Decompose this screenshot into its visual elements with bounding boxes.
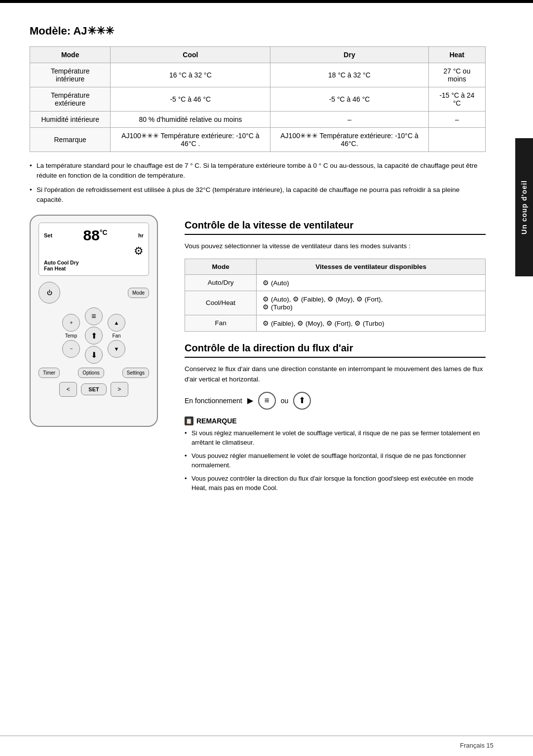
cell-heat: –	[428, 112, 485, 128]
display-temp: 88°C	[83, 227, 108, 244]
remark-item: Vous pouvez régler manuellement le volet…	[185, 451, 486, 470]
timer-options-settings-row: Timer Options Settings	[38, 368, 149, 378]
fonctionnement-label: En fonctionnement	[185, 397, 242, 405]
remark-item: Vous pouvez contrôler la direction du fl…	[185, 474, 486, 493]
arrow-right-icon: ▶	[247, 396, 253, 405]
power-icon: ⏻	[47, 290, 52, 296]
cell-dry: -5 °C à 46 °C	[270, 87, 428, 112]
temp-down-button[interactable]: －	[62, 340, 80, 358]
remark-box: 📋 REMARQUE Si vous réglez manuellement l…	[185, 416, 486, 493]
temp-up-button[interactable]: ＋	[62, 314, 80, 332]
col-dry: Dry	[270, 47, 428, 63]
airflow-line: En fonctionnement ▶ ≡ ou ⬆	[185, 392, 486, 410]
remark-item: Si vous réglez manuellement le volet de …	[185, 428, 486, 448]
remark-title: 📋 REMARQUE	[185, 416, 486, 425]
fan-down-button[interactable]: ⬇	[85, 346, 103, 364]
table-row: Fan ⚙ (Faible), ⚙ (Moy), ⚙ (Fort), ⚙ (Tu…	[185, 315, 486, 331]
power-button[interactable]: ⏻	[38, 282, 60, 303]
fan-icon: ⚙	[293, 296, 299, 303]
row-label: Humidité intérieure	[30, 112, 111, 128]
display-fan-icon-row: ⚙	[44, 245, 144, 258]
top-bar	[0, 0, 533, 3]
col-cool: Cool	[111, 47, 270, 63]
cell-heat: -15 °C à 24 °C	[428, 87, 485, 112]
table-row: Humidité intérieure 80 % d'humidité rela…	[30, 112, 486, 128]
display-hr: hr	[138, 232, 144, 238]
options-button[interactable]: Options	[78, 368, 104, 378]
display-modes: Auto Cool Dry Fan Heat	[44, 260, 144, 271]
fan-speeds-cell: ⚙ (Faible), ⚙ (Moy), ⚙ (Fort), ⚙ (Turbo)	[257, 315, 486, 331]
main-content: Modèle: AJ✳✳✳ Mode Cool Dry Heat Tempéra…	[0, 0, 533, 526]
airflow-title: Contrôle de la direction du flux d'air	[185, 342, 486, 358]
remote-display: Set 88°C hr ⚙ Auto Cool Dry Fan Heat	[38, 223, 149, 276]
fan-mode-cell: Fan	[185, 315, 257, 331]
temp-fan-group: ＋ Temp － ≡ ⬆ ⬇ ▲ Fan ▼	[38, 307, 149, 364]
bullet-item: Si l'opération de refroidissement est ut…	[30, 185, 486, 205]
mode-button[interactable]: Mode	[128, 288, 149, 298]
fan-mode-cell: Auto/Dry	[185, 274, 257, 291]
cell-dry: –	[270, 112, 428, 128]
fan-icon: ⚙	[263, 320, 269, 327]
fan-col-speeds: Vitesses de ventilateur disponibles	[257, 259, 486, 274]
fan-speed-title: Contrôle de la vitesse de ventilateur	[185, 220, 486, 235]
note-icon: 📋	[185, 416, 193, 425]
col-mode: Mode	[30, 47, 111, 63]
horiz-vane-icon: ≡	[258, 392, 276, 410]
row-label: Température extérieure	[30, 87, 111, 112]
fan-speeds-cell: ⚙ (Auto)	[257, 274, 486, 291]
fan-group: ▲ Fan ▼	[108, 314, 125, 358]
two-col-layout: Set 88°C hr ⚙ Auto Cool Dry Fan Heat	[30, 215, 486, 496]
temp-group: ＋ Temp －	[62, 314, 80, 358]
airflow-direction: En fonctionnement ▶ ≡ ou ⬆	[185, 392, 486, 410]
ou-label: ou	[281, 397, 289, 405]
cell-cool: 16 °C à 32 °C	[111, 63, 270, 87]
table-row: Auto/Dry ⚙ (Auto)	[185, 274, 486, 291]
settings-button[interactable]: Settings	[122, 368, 149, 378]
fan-icon: ⚙	[327, 296, 334, 303]
fan-horiz-button[interactable]: ≡	[85, 307, 103, 325]
cell-cool: 80 % d'humidité relative ou moins	[111, 112, 270, 128]
nav-row: < SET >	[38, 382, 149, 397]
right-arrow-button[interactable]: >	[111, 382, 128, 397]
right-column: Contrôle de la vitesse de ventilateur Vo…	[185, 215, 486, 496]
side-tab: Un coup d'oeil	[515, 138, 533, 276]
fan-icon: ⚙	[326, 320, 333, 327]
timer-button[interactable]: Timer	[38, 368, 60, 378]
cell-heat	[428, 128, 485, 152]
airflow-description: Conservez le flux d'air dans une directi…	[185, 364, 486, 385]
remote-control: Set 88°C hr ⚙ Auto Cool Dry Fan Heat	[30, 215, 158, 427]
bullet-notes: La température standard pour le chauffag…	[30, 161, 486, 205]
fan-icon: ⚙	[134, 245, 144, 258]
fan-icon: ⚙	[297, 320, 304, 327]
table-row: Remarque AJ100✳✳✳ Température extérieure…	[30, 128, 486, 152]
temperature-table: Mode Cool Dry Heat Température intérieur…	[30, 46, 486, 152]
side-tab-text: Un coup d'oeil	[520, 180, 528, 234]
fan-icon-auto: ⚙	[263, 279, 269, 287]
row-label: Remarque	[30, 128, 111, 152]
fan-up-button[interactable]: ▲	[108, 314, 125, 332]
cell-cool: -5 °C à 46 °C	[111, 87, 270, 112]
left-column: Set 88°C hr ⚙ Auto Cool Dry Fan Heat	[30, 215, 173, 496]
set-button[interactable]: SET	[81, 383, 106, 395]
fan-mode-cell: Cool/Heat	[185, 291, 257, 315]
footer-text: Français 15	[460, 742, 494, 749]
fan-vert-button[interactable]: ⬆	[85, 327, 103, 344]
display-set-label: Set	[44, 232, 52, 238]
fan-speed-table: Mode Vitesses de ventilateur disponibles…	[185, 259, 486, 332]
temp-label: Temp	[65, 333, 77, 339]
table-row: Cool/Heat ⚙ (Auto), ⚙ (Faible), ⚙ (Moy),…	[185, 291, 486, 315]
bullet-item: La température standard pour le chauffag…	[30, 161, 486, 181]
table-row: Température extérieure -5 °C à 46 °C -5 …	[30, 87, 486, 112]
fan-icon: ⚙	[356, 296, 363, 303]
table-row: Température intérieure 16 °C à 32 °C 18 …	[30, 63, 486, 87]
col-heat: Heat	[428, 47, 485, 63]
row-label: Température intérieure	[30, 63, 111, 87]
cell-dry: AJ100✳✳✳ Température extérieure: -10°C à…	[270, 128, 428, 152]
fan-direction-group: ≡ ⬆ ⬇	[85, 307, 103, 364]
fan-speeds-cell: ⚙ (Auto), ⚙ (Faible), ⚙ (Moy), ⚙ (Fort),…	[257, 291, 486, 315]
cell-cool: AJ100✳✳✳ Température extérieure: -10°C à…	[111, 128, 270, 152]
bottom-bar	[0, 735, 533, 736]
left-arrow-button[interactable]: <	[59, 382, 77, 397]
fan-down-btn[interactable]: ▼	[108, 340, 125, 358]
vert-vane-icon: ⬆	[293, 392, 311, 410]
